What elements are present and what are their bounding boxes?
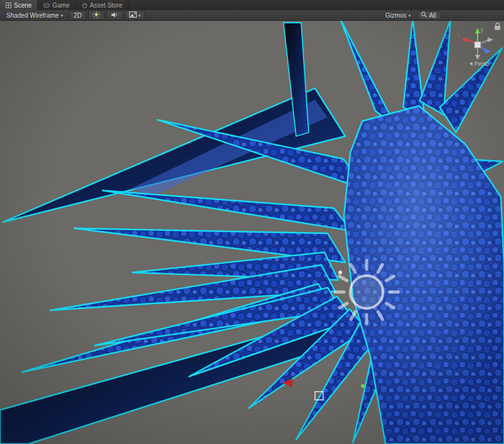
vignette-overlay (0, 21, 504, 444)
draw-mode-label: Shaded Wireframe (6, 12, 59, 19)
draw-mode-dropdown[interactable]: Shaded Wireframe ▾ (2, 11, 67, 20)
lighting-toggle-button[interactable] (88, 11, 105, 20)
asset-store-tab-icon (82, 3, 88, 8)
view-tab-bar: Scene Game Asset Store (0, 0, 504, 10)
sun-icon (93, 11, 100, 20)
chevron-down-icon: ▾ (408, 13, 411, 18)
scene-toolbar: Shaded Wireframe ▾ 2D (0, 10, 504, 21)
lock-icon[interactable] (493, 21, 501, 31)
persp-arrow-icon (469, 62, 472, 66)
scene-render (0, 21, 504, 444)
game-tab-icon (43, 3, 50, 8)
tab-asset-store[interactable]: Asset Store (76, 0, 129, 10)
scene-search-input[interactable]: All (417, 11, 442, 20)
gizmos-dropdown[interactable]: Gizmos ▾ (381, 11, 415, 20)
persp-label[interactable]: Persp (474, 61, 490, 67)
audio-toggle-button[interactable] (106, 11, 123, 20)
tab-game[interactable]: Game (38, 0, 76, 10)
effects-dropdown-button[interactable]: ▾ (125, 11, 146, 20)
tab-scene-label: Scene (14, 2, 32, 9)
search-filter-value: All (429, 12, 436, 19)
gizmo-center-cube[interactable] (474, 42, 481, 48)
search-icon (421, 11, 427, 19)
chevron-down-icon: ▾ (60, 13, 63, 18)
gizmos-label: Gizmos (385, 12, 406, 19)
2d-toggle-button[interactable]: 2D (69, 11, 86, 20)
unity-scene-window: Scene Game Asset Store Shaded Wireframe … (0, 0, 504, 444)
tab-game-label: Game (52, 2, 69, 9)
tab-scene[interactable]: Scene (0, 0, 38, 10)
2d-toggle-label: 2D (74, 12, 82, 19)
scene-tab-icon (6, 3, 11, 8)
scene-viewport[interactable]: x y Persp (0, 21, 504, 444)
speaker-icon (111, 11, 118, 20)
y-axis-label: y (481, 26, 484, 33)
tab-asset-store-label: Asset Store (90, 2, 123, 9)
x-axis-label: x (457, 32, 461, 38)
chevron-down-icon: ▾ (139, 13, 141, 18)
image-effects-icon (129, 11, 137, 19)
